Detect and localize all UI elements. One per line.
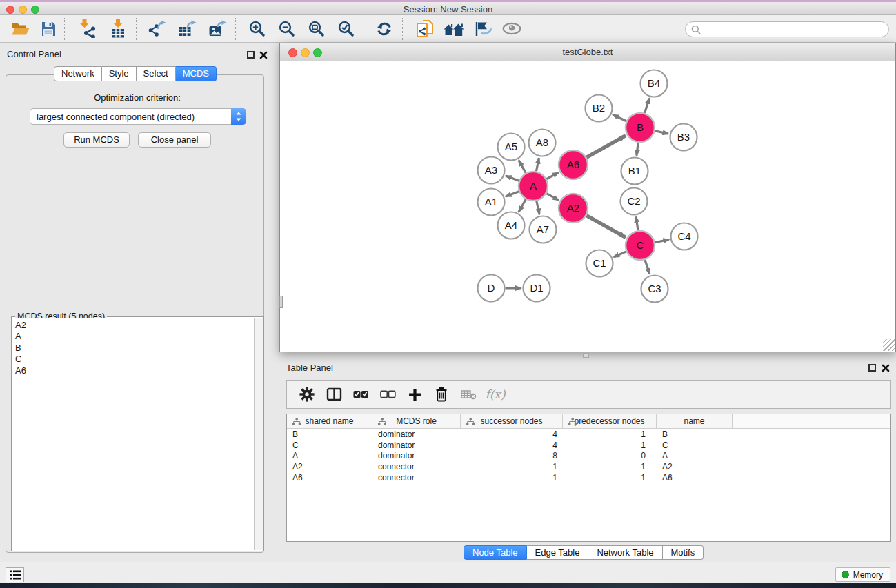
column-header-MCDS-role[interactable]: MCDS role — [372, 414, 461, 428]
network-window-resize-grip[interactable] — [883, 339, 895, 351]
edge-B-B3[interactable] — [655, 131, 668, 134]
tab-network[interactable]: Network — [54, 66, 102, 81]
node-C1[interactable]: C1 — [586, 250, 613, 277]
tab-network-table[interactable]: Network Table — [588, 545, 662, 560]
network-window-left-grip[interactable] — [279, 296, 283, 308]
edge-C-C2[interactable] — [636, 216, 638, 230]
node-B[interactable]: B — [626, 113, 655, 142]
column-header-name[interactable]: name — [657, 414, 733, 428]
table-row[interactable]: A2connector11A2 — [287, 461, 890, 472]
select-all-button[interactable] — [352, 385, 369, 403]
edge-A-A8[interactable] — [536, 158, 539, 171]
node-D[interactable]: D — [478, 275, 505, 302]
edge-A6-B[interactable] — [586, 136, 626, 158]
result-list-scrollbar[interactable] — [254, 318, 263, 550]
create-column-button[interactable] — [406, 385, 423, 403]
node-A4[interactable]: A4 — [498, 212, 525, 239]
memory-button[interactable]: Memory — [835, 567, 890, 582]
float-panel-icon[interactable] — [247, 51, 255, 59]
node-A3[interactable]: A3 — [478, 157, 505, 184]
result-item[interactable]: C — [15, 354, 251, 365]
delete-column-button[interactable] — [433, 385, 450, 403]
hide-graphics-details-button[interactable] — [468, 17, 497, 41]
tab-edge-table[interactable]: Edge Table — [527, 545, 589, 560]
table-row[interactable]: Cdominator41C — [287, 440, 890, 451]
network-canvas[interactable]: B4B2BB3A8A5A6A3B1AC2A1A2A4A7C4CC1DD1C3 — [280, 61, 895, 352]
zoom-in-button[interactable] — [242, 17, 272, 41]
task-history-button[interactable] — [6, 567, 24, 582]
zoom-out-button[interactable] — [272, 17, 301, 41]
node-C2[interactable]: C2 — [621, 188, 648, 215]
save-session-button[interactable] — [34, 17, 62, 41]
edge-B-B1[interactable] — [637, 143, 638, 156]
optimization-criterion-select[interactable]: largest connected component (directed) — [30, 108, 246, 125]
node-A6[interactable]: A6 — [559, 150, 588, 179]
node-B3[interactable]: B3 — [670, 124, 697, 151]
table-row[interactable]: Bdominator41B — [287, 429, 890, 440]
mcds-result-list[interactable]: A2ABCA6 — [12, 318, 254, 550]
network-graph[interactable]: B4B2BB3A8A5A6A3B1AC2A1A2A4A7C4CC1DD1C3 — [280, 61, 895, 352]
refresh-view-button[interactable] — [369, 17, 399, 41]
network-window-titlebar[interactable]: testGlobe.txt — [280, 43, 895, 61]
close-panel-icon[interactable] — [259, 51, 268, 59]
node-D1[interactable]: D1 — [524, 275, 550, 302]
tab-mcds[interactable]: MCDS — [176, 66, 217, 81]
export-network-button[interactable] — [141, 17, 172, 41]
column-header-shared-name[interactable]: shared name — [287, 414, 372, 428]
show-column-button[interactable] — [326, 385, 342, 403]
column-header-predecessor-nodes[interactable]: predecessor nodes — [563, 414, 657, 428]
node-B2[interactable]: B2 — [586, 95, 613, 122]
edge-B-B2[interactable] — [613, 115, 626, 121]
search-box[interactable] — [685, 21, 889, 37]
tab-select[interactable]: Select — [137, 66, 176, 81]
node-A[interactable]: A — [519, 172, 548, 201]
node-C3[interactable]: C3 — [641, 276, 668, 303]
table-settings-button[interactable] — [299, 385, 315, 403]
node-C4[interactable]: C4 — [671, 223, 698, 250]
node-B1[interactable]: B1 — [621, 158, 648, 185]
edge-C-C4[interactable] — [655, 239, 669, 242]
result-item[interactable]: B — [15, 343, 251, 354]
result-item[interactable]: A2 — [15, 320, 251, 331]
zoom-fit-button[interactable] — [301, 17, 331, 41]
edge-B-B4[interactable] — [645, 98, 650, 113]
edge-C-C1[interactable] — [614, 252, 626, 257]
tab-motifs[interactable]: Motifs — [663, 545, 704, 560]
column-header-successor-nodes[interactable]: successor nodes — [461, 414, 563, 428]
edge-A-A2[interactable] — [546, 194, 559, 201]
result-item[interactable]: A6 — [15, 365, 251, 376]
edge-A-A5[interactable] — [519, 161, 526, 173]
result-item[interactable]: A — [15, 331, 251, 342]
node-A2[interactable]: A2 — [559, 194, 588, 223]
search-input[interactable] — [704, 24, 888, 34]
open-session-button[interactable] — [7, 17, 34, 41]
import-table-button[interactable] — [103, 17, 133, 41]
edge-C-C3[interactable] — [645, 260, 650, 274]
deselect-all-button[interactable] — [379, 385, 396, 403]
edge-A-A7[interactable] — [537, 201, 539, 214]
function-builder-button[interactable]: f(x) — [487, 385, 504, 403]
tab-style[interactable]: Style — [102, 66, 137, 81]
import-network-button[interactable] — [72, 17, 103, 41]
edge-A-A6[interactable] — [546, 172, 558, 179]
edge-A2-C[interactable] — [586, 216, 626, 238]
node-C[interactable]: C — [626, 231, 655, 260]
table-row[interactable]: A6connector11A6 — [287, 472, 890, 483]
export-image-button[interactable] — [202, 17, 232, 41]
edge-A-A3[interactable] — [506, 176, 519, 181]
show-graphics-details-button[interactable] — [497, 17, 526, 41]
node-A7[interactable]: A7 — [530, 216, 557, 243]
tab-node-table[interactable]: Node Table — [464, 545, 527, 560]
run-mcds-button[interactable]: Run MCDS — [63, 132, 130, 148]
edge-A-A4[interactable] — [519, 199, 526, 212]
clone-network-button[interactable] — [410, 17, 439, 41]
node-A1[interactable]: A1 — [478, 189, 505, 216]
node-A5[interactable]: A5 — [498, 134, 525, 161]
edge-A-A1[interactable] — [506, 192, 519, 196]
float-table-panel-icon[interactable] — [868, 364, 876, 372]
export-table-button[interactable] — [172, 17, 202, 41]
delete-table-button[interactable] — [460, 385, 477, 403]
zoom-selected-button[interactable] — [331, 17, 361, 41]
node-B4[interactable]: B4 — [641, 70, 668, 97]
close-table-panel-icon[interactable] — [882, 364, 890, 372]
